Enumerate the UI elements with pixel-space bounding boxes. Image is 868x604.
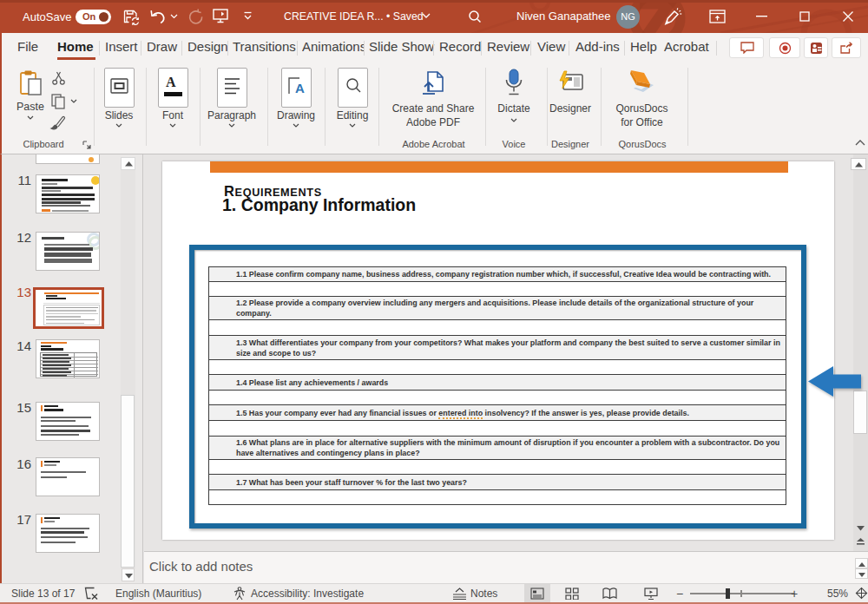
svg-text:A: A (295, 81, 305, 95)
